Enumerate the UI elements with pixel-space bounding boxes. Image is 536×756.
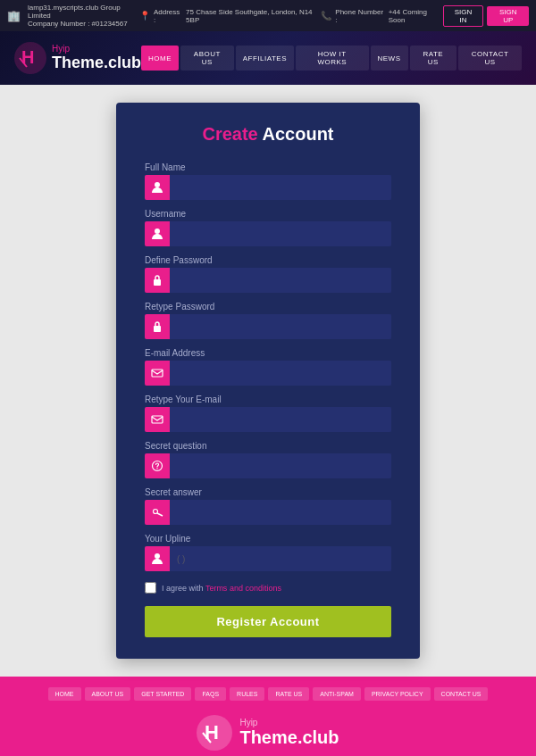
svg-rect-8 <box>152 416 163 423</box>
password-group: Define Password <box>145 255 391 293</box>
nav-how-it-works[interactable]: HOW IT WORKS <box>296 46 369 71</box>
secret-answer-input[interactable] <box>170 500 391 525</box>
username-input[interactable] <box>170 221 391 246</box>
secret-question-label: Secret question <box>145 441 391 451</box>
footer-nav-get-started[interactable]: GET STARTED <box>134 687 191 701</box>
company-name: lamp31.myscripts.club Group Limited <box>28 4 139 20</box>
svg-point-10 <box>156 468 157 469</box>
nav-rate-us[interactable]: RATE US <box>410 46 457 71</box>
logo-brand: Theme.club <box>52 54 141 71</box>
register-button[interactable]: Register Account <box>145 606 391 637</box>
email-input-wrapper <box>145 361 391 386</box>
fullname-input-wrapper <box>145 175 391 200</box>
retype-password-input-wrapper <box>145 314 391 339</box>
logo-hyip: Hyip <box>52 44 141 54</box>
upline-input[interactable] <box>170 546 391 571</box>
signup-button[interactable]: SIGN UP <box>487 6 529 26</box>
company-info-block: 🏢 lamp31.myscripts.club Group Limited Co… <box>7 4 139 28</box>
email-group: E-mail Address <box>145 348 391 386</box>
svg-rect-5 <box>154 279 161 286</box>
phone-block: 📞 Phone Number : +44 Coming Soon <box>321 8 442 24</box>
fullname-icon <box>145 175 170 200</box>
signin-button[interactable]: SIGN IN <box>443 5 484 27</box>
email-icon <box>145 361 170 386</box>
password-icon <box>145 268 170 293</box>
email-input[interactable] <box>170 361 391 386</box>
nav-about[interactable]: ABOUT US <box>180 46 234 71</box>
footer-logo-brand: Theme.club <box>239 727 339 747</box>
fullname-group: Full Name <box>145 162 391 200</box>
logo-icon: H <box>14 42 46 74</box>
svg-line-12 <box>157 513 163 516</box>
secret-answer-icon <box>145 500 170 525</box>
nav-home[interactable]: HOME <box>141 46 179 71</box>
fullname-input[interactable] <box>170 175 391 200</box>
header: H Hyip Theme.club HOME ABOUT US AFFILIAT… <box>0 31 536 85</box>
retype-email-input-wrapper <box>145 407 391 432</box>
retype-password-label: Retype Password <box>145 302 391 312</box>
password-input[interactable] <box>170 268 391 293</box>
form-title-create: Create <box>202 124 257 144</box>
upline-input-wrapper <box>145 546 391 571</box>
nav-contact[interactable]: CONTACT US <box>458 46 522 71</box>
nav-affiliates[interactable]: AFFILIATES <box>236 46 294 71</box>
address-block: 📍 Address : 75 Chase Side Southgate, Lon… <box>139 8 321 24</box>
svg-point-11 <box>154 510 158 514</box>
upline-label: Your Upline <box>145 534 391 544</box>
username-input-wrapper <box>145 221 391 246</box>
footer-nav-home[interactable]: HOME <box>48 687 81 701</box>
username-icon <box>145 221 170 246</box>
secret-question-icon <box>145 453 170 478</box>
footer-nav-contact[interactable]: CONTACT US <box>434 687 489 701</box>
svg-text:H: H <box>205 721 219 744</box>
building-icon: 🏢 <box>7 10 21 22</box>
footer-nav: HOME ABOUT US GET STARTED FAQS RULES RAT… <box>14 687 522 701</box>
retype-email-group: Retype Your E-mail <box>145 395 391 432</box>
username-group: Username <box>145 209 391 246</box>
terms-checkbox[interactable] <box>145 582 156 594</box>
secret-question-group: Secret question <box>145 441 391 478</box>
footer-nav-about[interactable]: ABOUT US <box>85 687 131 701</box>
secret-answer-input-wrapper <box>145 500 391 525</box>
pin-icon: 📍 <box>139 11 150 21</box>
footer-nav-anti-spam[interactable]: ANTI-SPAM <box>313 687 361 701</box>
secret-answer-label: Secret answer <box>145 487 391 497</box>
svg-rect-7 <box>152 370 163 377</box>
nav-news[interactable]: NEWS <box>371 46 408 71</box>
retype-password-input[interactable] <box>170 314 391 339</box>
secret-question-input-wrapper <box>145 453 391 478</box>
register-form-card: Create Account Full Name Username <box>116 103 420 659</box>
main-nav: HOME ABOUT US AFFILIATES HOW IT WORKS NE… <box>141 46 522 71</box>
phone-value: +44 Coming Soon <box>389 8 443 24</box>
footer: HOME ABOUT US GET STARTED FAQS RULES RAT… <box>0 677 536 756</box>
form-title-account: Account <box>258 124 334 144</box>
svg-rect-6 <box>154 326 161 332</box>
retype-email-icon <box>145 407 170 432</box>
fullname-label: Full Name <box>145 162 391 172</box>
footer-nav-faqs[interactable]: FAQS <box>195 687 226 701</box>
company-number: Company Number : #01234567 <box>28 20 139 28</box>
main-content: Create Account Full Name Username <box>0 85 536 677</box>
username-label: Username <box>145 209 391 219</box>
email-label: E-mail Address <box>145 348 391 358</box>
logo: H Hyip Theme.club <box>14 42 141 74</box>
footer-nav-rules[interactable]: RULES <box>230 687 264 701</box>
terms-link[interactable]: Terms and conditions <box>205 584 281 593</box>
retype-email-label: Retype Your E-mail <box>145 395 391 404</box>
address-label: Address : <box>154 8 182 24</box>
auth-buttons: SIGN IN SIGN UP <box>443 5 529 27</box>
retype-email-input[interactable] <box>170 407 391 432</box>
password-label: Define Password <box>145 255 391 265</box>
company-details: lamp31.myscripts.club Group Limited Comp… <box>28 4 139 28</box>
svg-point-4 <box>155 228 160 234</box>
retype-password-group: Retype Password <box>145 302 391 339</box>
footer-nav-rate-us[interactable]: RATE US <box>268 687 309 701</box>
upline-group: Your Upline <box>145 534 391 571</box>
upline-icon <box>145 546 170 571</box>
retype-password-icon <box>145 314 170 339</box>
footer-logo: H Hyip Theme.club <box>14 715 522 751</box>
footer-logo-text: Hyip Theme.club <box>239 718 339 748</box>
footer-nav-privacy[interactable]: PRIVACY POLICY <box>364 687 431 701</box>
footer-logo-icon: H <box>197 715 232 751</box>
secret-question-input[interactable] <box>170 453 391 478</box>
